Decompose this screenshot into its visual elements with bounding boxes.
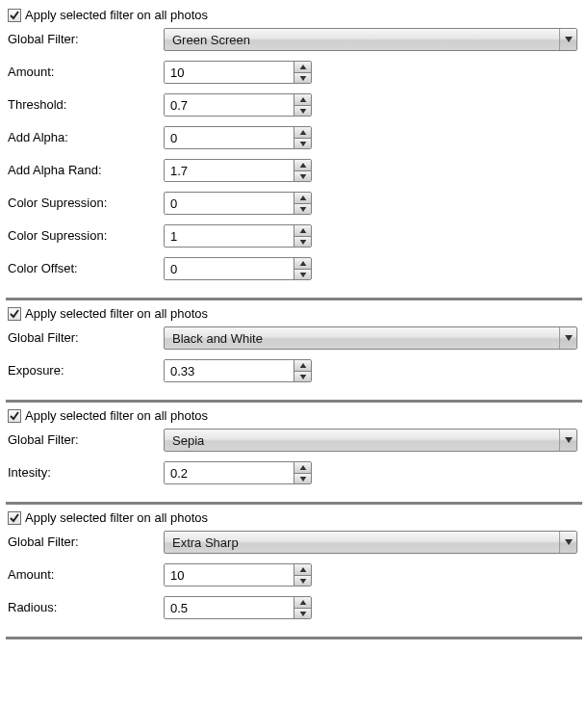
chevron-down-icon[interactable] — [559, 532, 576, 553]
param-spinner[interactable]: 0 — [164, 192, 312, 215]
param-label: Add Alpha Rand: — [8, 159, 164, 182]
param-label: Add Alpha: — [8, 126, 164, 149]
param-spinner[interactable]: 0.2 — [164, 461, 312, 484]
spinner-up-button[interactable] — [294, 225, 311, 236]
filter-panel: Apply selected filter on all photosGloba… — [6, 4, 582, 300]
spinner-buttons — [294, 597, 311, 618]
apply-all-label: Apply selected filter on all photos — [25, 408, 208, 423]
filter-panel: Apply selected filter on all photosGloba… — [6, 404, 582, 505]
param-value[interactable]: 0.2 — [165, 462, 294, 483]
global-filter-value: Extra Sharp — [165, 532, 559, 553]
spinner-buttons — [294, 62, 311, 83]
spinner-down-button[interactable] — [294, 72, 311, 83]
param-row: Color Supression:1 — [8, 224, 580, 248]
global-filter-dropdown[interactable]: Sepia — [164, 429, 577, 452]
spinner-down-button[interactable] — [294, 203, 311, 214]
spinner-buttons — [294, 564, 311, 586]
param-spinner[interactable]: 0.7 — [164, 93, 312, 117]
apply-all-checkbox[interactable] — [8, 307, 21, 321]
spinner-down-button[interactable] — [294, 608, 311, 618]
chevron-down-icon[interactable] — [559, 29, 576, 50]
global-filter-dropdown[interactable]: Green Screen — [164, 28, 577, 51]
spinner-up-button[interactable] — [294, 160, 311, 170]
global-filter-dropdown[interactable]: Black and White — [164, 326, 577, 350]
param-row: Amount:10 — [8, 563, 580, 587]
param-row: Exposure:0.33 — [8, 359, 580, 382]
apply-all-row: Apply selected filter on all photos — [8, 510, 580, 525]
param-value[interactable]: 1 — [165, 225, 294, 247]
global-filter-label: Global Filter: — [8, 531, 164, 554]
spinner-up-button[interactable] — [294, 564, 311, 575]
global-filter-row: Global Filter:Sepia — [8, 429, 580, 452]
spinner-down-button[interactable] — [294, 269, 311, 279]
global-filter-row: Global Filter:Green Screen — [8, 28, 580, 51]
spinner-down-button[interactable] — [294, 138, 311, 148]
param-value[interactable]: 0.7 — [165, 94, 294, 116]
global-filter-label: Global Filter: — [8, 326, 164, 350]
param-spinner[interactable]: 0 — [164, 257, 312, 280]
spinner-up-button[interactable] — [294, 94, 311, 105]
spinner-up-button[interactable] — [294, 360, 311, 371]
param-row: Add Alpha Rand:1.7 — [8, 159, 580, 182]
param-label: Color Supression: — [8, 224, 164, 248]
spinner-up-button[interactable] — [294, 462, 311, 473]
param-spinner[interactable]: 0.5 — [164, 596, 312, 619]
spinner-up-button[interactable] — [294, 127, 311, 138]
param-value[interactable]: 10 — [165, 62, 294, 83]
param-spinner[interactable]: 10 — [164, 563, 312, 587]
apply-all-checkbox[interactable] — [8, 9, 21, 22]
spinner-buttons — [294, 360, 311, 381]
param-value[interactable]: 1.7 — [165, 160, 294, 181]
spinner-buttons — [294, 160, 311, 181]
param-spinner[interactable]: 0.33 — [164, 359, 312, 382]
apply-all-label: Apply selected filter on all photos — [25, 8, 208, 22]
apply-all-row: Apply selected filter on all photos — [8, 8, 580, 22]
param-value[interactable]: 10 — [165, 564, 294, 586]
filter-panel: Apply selected filter on all photosGloba… — [6, 302, 582, 403]
chevron-down-icon[interactable] — [559, 430, 576, 451]
param-row: Add Alpha:0 — [8, 126, 580, 149]
apply-all-row: Apply selected filter on all photos — [8, 408, 580, 423]
param-label: Exposure: — [8, 359, 164, 382]
param-value[interactable]: 0 — [165, 258, 294, 279]
spinner-up-button[interactable] — [294, 597, 311, 608]
param-row: Color Supression:0 — [8, 192, 580, 215]
global-filter-value: Sepia — [165, 430, 559, 451]
spinner-buttons — [294, 462, 311, 483]
spinner-up-button[interactable] — [294, 62, 311, 72]
apply-all-label: Apply selected filter on all photos — [25, 510, 208, 525]
param-label: Threshold: — [8, 93, 164, 117]
spinner-down-button[interactable] — [294, 575, 311, 586]
param-value[interactable]: 0 — [165, 127, 294, 148]
spinner-up-button[interactable] — [294, 193, 311, 203]
chevron-down-icon[interactable] — [559, 327, 576, 349]
param-label: Color Supression: — [8, 192, 164, 215]
param-row: Threshold:0.7 — [8, 93, 580, 117]
apply-all-label: Apply selected filter on all photos — [25, 306, 208, 321]
param-spinner[interactable]: 1.7 — [164, 159, 312, 182]
param-label: Amount: — [8, 61, 164, 84]
param-value[interactable]: 0.33 — [165, 360, 294, 381]
global-filter-row: Global Filter:Extra Sharp — [8, 531, 580, 554]
spinner-down-button[interactable] — [294, 371, 311, 381]
spinner-buttons — [294, 94, 311, 116]
filter-panel: Apply selected filter on all photosGloba… — [6, 507, 582, 639]
spinner-down-button[interactable] — [294, 105, 311, 116]
spinner-down-button[interactable] — [294, 170, 311, 181]
spinner-down-button[interactable] — [294, 236, 311, 247]
spinner-down-button[interactable] — [294, 473, 311, 483]
global-filter-value: Green Screen — [165, 29, 559, 50]
param-value[interactable]: 0 — [165, 193, 294, 214]
param-spinner[interactable]: 0 — [164, 126, 312, 149]
param-spinner[interactable]: 1 — [164, 224, 312, 248]
spinner-buttons — [294, 127, 311, 148]
apply-all-checkbox[interactable] — [8, 409, 21, 423]
spinner-buttons — [294, 258, 311, 279]
global-filter-label: Global Filter: — [8, 28, 164, 51]
global-filter-value: Black and White — [165, 327, 559, 349]
param-value[interactable]: 0.5 — [165, 597, 294, 618]
param-spinner[interactable]: 10 — [164, 61, 312, 84]
spinner-up-button[interactable] — [294, 258, 311, 269]
apply-all-checkbox[interactable] — [8, 511, 21, 525]
global-filter-dropdown[interactable]: Extra Sharp — [164, 531, 577, 554]
